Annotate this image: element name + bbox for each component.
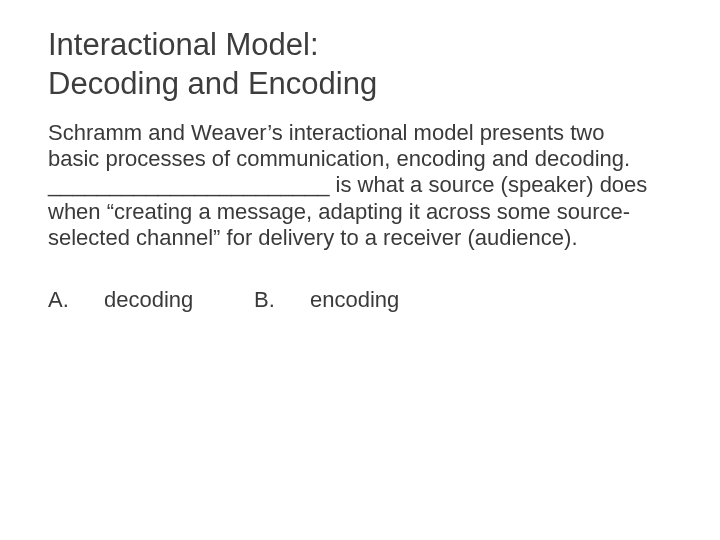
option-b-text: encoding xyxy=(310,287,460,313)
slide-title: Interactional Model: Decoding and Encodi… xyxy=(48,26,672,104)
title-line-2: Decoding and Encoding xyxy=(48,66,377,101)
option-b-letter: B. xyxy=(254,287,310,313)
answer-options: A. decoding B. encoding xyxy=(48,287,672,313)
title-line-1: Interactional Model: xyxy=(48,27,319,62)
slide: Interactional Model: Decoding and Encodi… xyxy=(0,0,720,540)
body-paragraph: Schramm and Weaver’s interactional model… xyxy=(48,120,658,252)
option-a-letter: A. xyxy=(48,287,104,313)
option-a-text: decoding xyxy=(104,287,254,313)
